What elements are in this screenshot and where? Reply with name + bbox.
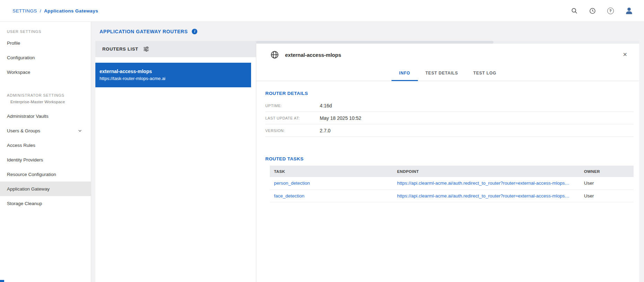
breadcrumb-settings[interactable]: SETTINGS [12,8,37,14]
breadcrumb: SETTINGS / Applications Gateways [12,8,98,14]
sidebar-item-configuration[interactable]: Configuration [0,50,91,65]
sidebar-item-storage-cleanup[interactable]: Storage Cleanup [0,196,91,211]
horizontal-scrollbar[interactable] [256,41,639,44]
breadcrumb-current: Applications Gateways [44,8,98,14]
chevron-down-icon [77,128,83,133]
routers-list-title: ROUTERS LIST [102,46,138,52]
gateway-panels: ROUTERS LIST external-access-mlops [95,41,639,282]
sidebar-item-users-groups[interactable]: Users & Groups [0,123,91,138]
tab-test-details[interactable]: TEST DETAILS [418,66,466,81]
table-row: face_detection https://api.clearml-acme.… [270,190,634,202]
sidebar-item-identity-providers[interactable]: Identity Providers [0,152,91,167]
sidebar-item-label: Storage Cleanup [7,201,42,206]
sidebar-item-label: Access Rules [7,143,35,148]
detail-tabs: INFO TEST DETAILS TEST LOG [256,66,639,81]
router-list-item[interactable]: external-access-mlops https://task-route… [95,63,251,87]
detail-header: external-access-mlops ✕ [256,44,639,66]
sidebar-item-label: Administrator Vaults [7,114,49,119]
main-title-row: APPLICATION GATEWAY ROUTERS i [91,22,644,41]
sidebar-item-application-gateway[interactable]: Application Gateway [0,182,91,196]
router-name: external-access-mlops [100,68,246,75]
admin-settings-title: ADMINISTRATOR SETTINGS [7,93,83,97]
sidebar-item-label: Workspace [7,70,30,75]
routers-list-panel: ROUTERS LIST external-access-mlops [95,41,256,282]
admin-workspace-label: Enterprise-Master Workspace [7,100,83,104]
updates-icon[interactable] [589,7,596,15]
routed-tasks-table: TASK ENDPOINT OWNER person_detection htt… [270,166,634,202]
sidebar-item-workspace[interactable]: Workspace [0,65,91,79]
detail-row-value: 4:16d [320,103,332,108]
table-header-row: TASK ENDPOINT OWNER [270,166,634,177]
sidebar-item-label: Application Gateway [7,186,50,192]
help-icon[interactable]: ? [607,7,614,15]
detail-title: external-access-mlops [285,52,341,58]
detail-row-version: VERSION: 2.7.0 [265,124,634,137]
column-header-task: TASK [270,166,393,177]
table-row: person_detection https://api.clearml-acm… [270,177,634,190]
main-area: APPLICATION GATEWAY ROUTERS i ROUTERS LI… [91,22,644,282]
owner-cell: User [580,190,634,202]
settings-sidebar: USER SETTINGS Profile Configuration Work… [0,22,91,282]
task-link[interactable]: person_detection [274,180,310,186]
detail-row-label: VERSION: [265,129,320,133]
detail-row-label: LAST UPDATE AT: [265,116,320,120]
info-icon[interactable]: i [192,29,197,34]
filter-icon[interactable] [143,46,149,52]
user-avatar[interactable] [625,6,634,15]
tab-test-log[interactable]: TEST LOG [466,66,504,81]
column-header-owner: OWNER [580,166,634,177]
endpoint-link[interactable]: https://api.clearml-acme.ai/auth.redirec… [397,193,569,199]
close-icon[interactable]: ✕ [623,52,627,58]
routers-list-body: external-access-mlops https://task-route… [95,57,256,282]
admin-settings-nav: Administrator Vaults Users & Groups Acce… [0,109,91,211]
detail-row-label: UPTIME: [265,104,320,108]
horizontal-scrollbar-thumb[interactable] [256,41,493,44]
sidebar-item-access-rules[interactable]: Access Rules [0,138,91,152]
top-header: SETTINGS / Applications Gateways ? [0,0,644,22]
user-settings-section-label: USER SETTINGS [0,27,91,36]
breadcrumb-separator: / [40,8,41,14]
router-detail-panel: external-access-mlops ✕ INFO TEST DETAIL… [256,41,639,282]
admin-settings-section-label: ADMINISTRATOR SETTINGS Enterprise-Master… [0,91,91,105]
routed-tasks-heading: ROUTED TASKS [265,156,634,161]
detail-row-uptime: UPTIME: 4:16d [265,99,634,112]
endpoint-link[interactable]: https://api.clearml-acme.ai/auth.redirec… [397,180,569,186]
sidebar-item-resource-configuration[interactable]: Resource Configuration [0,167,91,182]
routers-list-header: ROUTERS LIST [95,41,256,57]
sidebar-item-administrator-vaults[interactable]: Administrator Vaults [0,109,91,123]
topbar-icons: ? [570,6,634,15]
search-icon[interactable] [570,7,578,15]
detail-row-last-update: LAST UPDATE AT: May 18 2025 10:52 [265,112,634,124]
user-settings-nav: Profile Configuration Workspace [0,36,91,79]
column-header-endpoint: ENDPOINT [393,166,580,177]
page-title: APPLICATION GATEWAY ROUTERS [100,29,188,34]
sidebar-item-label: Resource Configuration [7,172,56,177]
owner-cell: User [580,177,634,190]
router-url: https://task-router-mlops-acme.ai [100,75,246,82]
sidebar-item-label: Profile [7,41,20,46]
task-link[interactable]: face_detection [274,193,304,199]
page-bottom-accent [0,280,4,282]
detail-row-value: May 18 2025 10:52 [320,115,361,121]
sidebar-item-label: Identity Providers [7,157,43,162]
tab-info[interactable]: INFO [392,66,418,81]
page: SETTINGS / Applications Gateways ? USER … [0,0,644,282]
sidebar-item-label: Configuration [7,55,35,60]
help-glyph: ? [607,8,614,14]
content: USER SETTINGS Profile Configuration Work… [0,22,644,282]
detail-row-value: 2.7.0 [320,128,330,133]
globe-icon [270,50,279,59]
sidebar-item-label: Users & Groups [7,128,40,133]
router-details-heading: ROUTER DETAILS [265,91,634,96]
detail-content: ROUTER DETAILS UPTIME: 4:16d LAST UPDATE… [256,81,639,282]
sidebar-item-profile[interactable]: Profile [0,36,91,50]
